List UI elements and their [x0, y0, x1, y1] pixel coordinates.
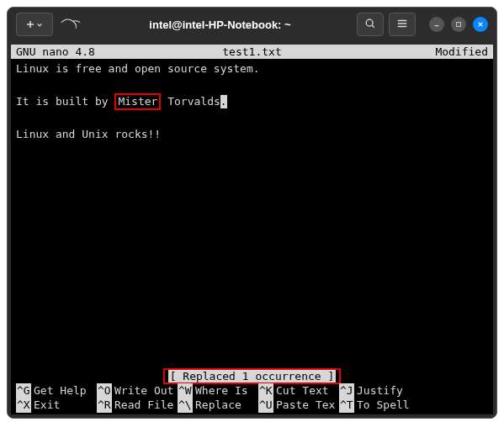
shortcut-key: ^T — [339, 398, 354, 413]
chevron-down-icon — [36, 18, 43, 31]
shortcut-label: Read File — [114, 398, 173, 413]
shortcut-item: ^TTo Spell — [339, 398, 420, 413]
shortcut-label: To Spell — [357, 398, 410, 413]
text-line: Torvalds — [161, 95, 220, 108]
status-highlight: [ Replaced 1 occurrence ] — [163, 368, 342, 384]
titlebar-right — [357, 13, 488, 36]
maximize-button[interactable] — [451, 17, 466, 32]
shortcut-key: ^J — [339, 383, 354, 398]
shortcut-row: ^XExit ^RRead File ^\Replace ^UPaste Tex… — [16, 398, 488, 413]
shortcut-label: Exit — [34, 398, 60, 413]
svg-rect-1 — [457, 23, 461, 27]
close-button[interactable] — [473, 17, 488, 32]
shortcut-key: ^W — [178, 383, 193, 398]
nano-header: GNU nano 4.8 test1.txt Modified — [11, 45, 493, 59]
hamburger-icon — [396, 18, 408, 32]
titlebar-left — [16, 13, 83, 36]
shortcut-item: ^\Replace — [178, 398, 258, 413]
shortcut-key: ^X — [16, 398, 31, 413]
cursor: . — [220, 95, 227, 108]
menu-button[interactable] — [389, 13, 416, 36]
terminal-body[interactable]: GNU nano 4.8 test1.txt Modified Linux is… — [11, 45, 493, 414]
terminal-window: intel@intel-HP-Notebook: ~ — [7, 7, 497, 419]
shortcut-item: ^JJustify — [339, 383, 420, 398]
text-line: Linux is free and open source system. — [16, 62, 260, 75]
shortcut-key: ^G — [16, 383, 31, 398]
shortcut-row: ^GGet Help ^OWrite Out ^WWhere Is ^KCut … — [16, 383, 488, 398]
shortcut-item: ^OWrite Out — [97, 383, 178, 398]
status-row: [ Replaced 1 occurrence ] — [11, 368, 493, 384]
shortcut-label: Get Help — [34, 383, 87, 398]
kali-logo — [58, 13, 83, 33]
shortcut-label: Where Is — [195, 383, 248, 398]
shortcut-item: ^RRead File — [97, 398, 178, 413]
text-line: Linux and Unix rocks!! — [16, 128, 161, 140]
shortcut-key: ^R — [97, 398, 112, 413]
svg-point-0 — [366, 19, 373, 26]
shortcut-item: ^UPaste Tex — [258, 398, 339, 413]
shortcut-label: Paste Tex — [276, 398, 335, 413]
text-line: It is built by — [16, 95, 114, 108]
shortcut-item: ^KCut Text — [258, 383, 339, 398]
status-message: [ Replaced 1 occurrence ] — [168, 370, 337, 382]
shortcut-label: Justify — [357, 383, 403, 398]
editor-content[interactable]: Linux is free and open source system. It… — [11, 59, 493, 145]
minimize-button[interactable] — [429, 17, 444, 32]
shortcut-item: ^XExit — [16, 398, 97, 413]
window-title: intel@intel-HP-Notebook: ~ — [92, 18, 348, 31]
window-controls — [429, 17, 488, 32]
search-icon — [364, 18, 376, 32]
shortcut-item: ^GGet Help — [16, 383, 97, 398]
shortcut-key: ^U — [258, 398, 273, 413]
titlebar: intel@intel-HP-Notebook: ~ — [8, 8, 496, 41]
new-tab-button[interactable] — [16, 13, 53, 36]
search-button[interactable] — [357, 13, 384, 36]
shortcut-label: Cut Text — [276, 383, 329, 398]
shortcut-label: Replace — [195, 398, 241, 413]
shortcut-bar: ^GGet Help ^OWrite Out ^WWhere Is ^KCut … — [11, 383, 493, 414]
shortcut-label: Write Out — [114, 383, 173, 398]
shortcut-key: ^\ — [178, 398, 193, 413]
shortcut-item: ^WWhere Is — [178, 383, 258, 398]
plus-icon — [26, 18, 34, 31]
shortcut-key: ^K — [258, 383, 273, 398]
highlighted-word: Mister — [114, 93, 161, 110]
shortcut-key: ^O — [97, 383, 112, 398]
nano-modified: Modified — [435, 45, 488, 58]
nano-app-name: GNU nano 4.8 — [16, 45, 95, 58]
